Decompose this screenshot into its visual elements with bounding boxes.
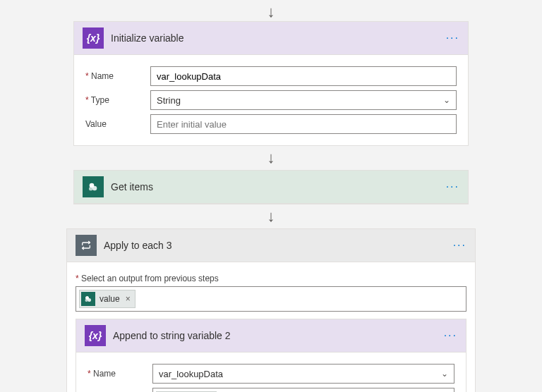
step-header[interactable]: {x} Append to string variable 2 ··· <box>76 319 466 353</box>
step-body: Select an output from previous steps val… <box>67 262 475 392</box>
field-row-value: Value <box>85 114 457 134</box>
step-header[interactable]: {x} Initialize variable ··· <box>74 22 468 55</box>
step-title: Apply to each 3 <box>104 240 446 251</box>
loop-icon <box>76 235 97 256</box>
step-title: Initialize variable <box>111 32 439 44</box>
flow-arrow: ↓ <box>64 150 478 166</box>
field-row-value: Value Rating × <box>88 388 454 392</box>
value-input[interactable]: Rating × <box>152 388 454 392</box>
value-label: Value <box>85 119 142 129</box>
type-value: String <box>157 95 181 106</box>
step-initialize-variable: {x} Initialize variable ··· Name Type St… <box>73 21 469 146</box>
svg-point-4 <box>88 298 91 302</box>
variable-icon: {x} <box>85 325 106 346</box>
flow-arrow: ↓ <box>64 4 478 20</box>
more-button[interactable]: ··· <box>446 32 459 44</box>
step-header[interactable]: Apply to each 3 ··· <box>67 229 475 262</box>
svg-point-5 <box>85 299 88 302</box>
variable-icon: {x} <box>83 27 104 49</box>
type-label: Type <box>85 95 142 105</box>
step-body: Name Type String ⌄ Value <box>74 55 468 145</box>
dynamic-content-token[interactable]: value × <box>79 290 136 308</box>
value-input[interactable] <box>150 114 457 134</box>
step-append-to-string: {x} Append to string variable 2 ··· Name… <box>76 319 466 392</box>
svg-point-2 <box>89 187 92 190</box>
name-label: Name <box>88 369 144 379</box>
field-row-name: Name var_lookupData ⌄ <box>88 364 454 384</box>
chevron-down-icon: ⌄ <box>443 95 450 105</box>
name-input[interactable] <box>150 66 457 86</box>
field-row-type: Type String ⌄ <box>85 90 457 110</box>
value-label: Value <box>88 388 144 392</box>
step-apply-to-each: Apply to each 3 ··· Select an output fro… <box>66 228 476 392</box>
more-button[interactable]: ··· <box>444 329 457 342</box>
name-select[interactable]: var_lookupData ⌄ <box>152 364 454 384</box>
step-body: Name var_lookupData ⌄ Value Rating <box>76 353 466 392</box>
type-select[interactable]: String ⌄ <box>150 90 457 110</box>
sharepoint-icon <box>81 292 95 306</box>
step-header[interactable]: Get items ··· <box>74 171 468 204</box>
more-button[interactable]: ··· <box>446 180 459 193</box>
field-row-name: Name <box>85 66 457 86</box>
step-title: Append to string variable 2 <box>113 330 437 341</box>
flow-arrow: ↓ <box>64 209 478 224</box>
name-label: Name <box>85 71 142 81</box>
chevron-down-icon: ⌄ <box>441 369 448 379</box>
svg-point-1 <box>92 186 97 191</box>
select-output-input[interactable]: value × <box>76 286 466 312</box>
name-value: var_lookupData <box>159 369 223 379</box>
step-title: Get items <box>111 181 439 192</box>
token-remove[interactable]: × <box>126 294 131 304</box>
more-button[interactable]: ··· <box>453 239 466 252</box>
select-output-label: Select an output from previous steps <box>76 274 466 283</box>
step-get-items: Get items ··· <box>73 170 469 204</box>
sharepoint-icon <box>83 176 104 197</box>
token-label: value <box>100 294 120 304</box>
